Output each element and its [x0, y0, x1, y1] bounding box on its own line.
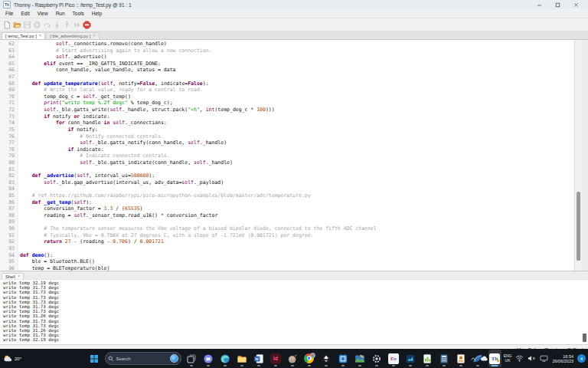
menu-view[interactable]: View	[34, 11, 52, 16]
taskbar-center: Search IdFoTh	[87, 349, 501, 368]
line-number: 67	[0, 74, 18, 80]
line-number: 86	[0, 199, 18, 206]
taskbar-app-settings[interactable]	[371, 350, 384, 367]
taskbar-app-chat[interactable]	[202, 350, 215, 367]
menu-help[interactable]: Help	[88, 11, 106, 16]
maximize-button[interactable]	[548, 0, 567, 9]
clock-widget[interactable]: 16:54 26/06/2023	[552, 354, 573, 363]
windows-logo-icon	[90, 354, 99, 363]
shell-tab-close-icon[interactable]: ×	[18, 274, 20, 279]
open-file-button[interactable]	[12, 20, 21, 29]
code-line: 87 conversion_factor = 3.3 / (65535)	[0, 205, 574, 212]
language-indicator[interactable]: ENG UK	[504, 354, 512, 363]
taskbar-app-chrome[interactable]	[303, 350, 316, 367]
code-line: 70 temp_deg_c = self._get_temp()	[0, 94, 574, 100]
new-file-button[interactable]	[2, 20, 11, 29]
running-indicator	[207, 365, 210, 366]
wifi-icon[interactable]	[515, 355, 524, 362]
file-explorer-icon	[237, 353, 247, 364]
tray-overflow-button[interactable]	[470, 356, 476, 362]
shell-tab-label: Shell	[5, 274, 15, 279]
volume-muted-icon[interactable]	[528, 355, 536, 362]
code-line: 63 # Start advertising again to allow a …	[0, 48, 574, 54]
weather-widget[interactable]: 20°	[3, 349, 21, 368]
running-indicator	[308, 365, 311, 366]
running-indicator	[341, 365, 345, 366]
image-editor-icon	[354, 353, 365, 364]
menu-tools[interactable]: Tools	[69, 11, 88, 16]
tab-close-icon[interactable]: ×	[93, 34, 95, 38]
line-number: 92	[0, 238, 18, 245]
code-line: 94def demo():	[0, 252, 574, 259]
weather-temperature: 20°	[15, 356, 21, 361]
search-box[interactable]: Search	[105, 352, 181, 365]
code-line: 79 # Indicate connected centrals.	[0, 153, 574, 159]
cast-screen-icon[interactable]	[540, 355, 548, 362]
running-indicator	[257, 365, 260, 366]
editor-vertical-scrollbar[interactable]	[574, 40, 581, 271]
start-button[interactable]	[87, 350, 101, 367]
line-number: 71	[0, 100, 18, 107]
taskbar-app-image-editor[interactable]	[354, 350, 367, 367]
tab-close-icon[interactable]: ×	[39, 34, 41, 38]
save-file-button	[22, 20, 31, 29]
code-line: 67	[0, 74, 574, 80]
shell-tab[interactable]: Shell ×	[2, 273, 24, 279]
line-number: 75	[0, 127, 18, 133]
editor-tab-active[interactable]: [ temp_Test.py ]×	[2, 32, 45, 39]
taskbar-app-gimp[interactable]	[286, 350, 299, 367]
editor-scrollbar-thumb[interactable]	[577, 192, 580, 261]
close-icon	[573, 2, 579, 8]
code-editor[interactable]: 62 self._connections.remove(conn_handle)…	[0, 40, 588, 271]
code-line: 74 for conn_handle in self._connections:	[0, 120, 574, 127]
code-line: 75 if notify:	[0, 127, 574, 133]
onedrive-cloud-icon[interactable]	[480, 355, 488, 362]
minimize-button[interactable]	[530, 0, 548, 9]
shell-scrollbar-thumb[interactable]	[583, 334, 586, 342]
menu-file[interactable]: File	[2, 11, 17, 16]
taskbar-app-task-view[interactable]	[185, 350, 198, 367]
taskbar-app-word[interactable]	[253, 350, 266, 367]
notification-badge[interactable]: 4	[577, 354, 586, 363]
running-indicator	[274, 365, 277, 366]
pinned-apps: IdFoTh	[185, 350, 501, 367]
line-number: 88	[0, 212, 18, 219]
code-line: 88 reading = self._sensor_temp.read_u16(…	[0, 212, 574, 219]
code-area[interactable]: 62 self._connections.remove(conn_handle)…	[0, 41, 574, 271]
taskbar-app-file-explorer[interactable]	[236, 350, 249, 367]
system-tray: ENG UK	[470, 349, 586, 368]
code-line: 96 temp = BLETemperature(ble)	[0, 265, 574, 271]
search-icon	[108, 356, 114, 362]
running-indicator	[392, 365, 395, 366]
inkscape-icon	[321, 353, 332, 364]
taskbar-app-photos[interactable]	[337, 350, 350, 367]
running-indicator	[459, 365, 462, 366]
stop-restart-button[interactable]	[82, 20, 91, 29]
editor-tab[interactable]: [ ble_advertising.py ]×	[46, 32, 99, 39]
shell-output[interactable]: write temp 32.19 degcwrite temp 31.73 de…	[0, 279, 588, 344]
update-sync-icon[interactable]	[492, 355, 500, 363]
code-line: 66 conn_handle, value_handle, status = d…	[0, 67, 574, 74]
gimp-icon	[287, 353, 298, 364]
code-line: 76 # Notify connected centrals.	[0, 133, 574, 140]
taskbar-app-indesign[interactable]: Id	[270, 350, 283, 367]
taskbar-app-inkscape[interactable]	[320, 350, 333, 367]
code-line: 69 # Write the local value, ready for a …	[0, 87, 574, 94]
menu-run[interactable]: Run	[52, 11, 69, 16]
photofiltre-icon: Fo	[388, 353, 399, 364]
line-number: 70	[0, 94, 18, 100]
running-indicator	[240, 365, 243, 366]
taskbar-app-libreoffice-calc[interactable]	[421, 350, 434, 367]
menu-edit[interactable]: Edit	[17, 11, 33, 16]
code-line: 83 self._ble.gap_advertise(interval_us, …	[0, 179, 574, 186]
line-number: 84	[0, 186, 18, 192]
close-button[interactable]	[567, 0, 585, 9]
title-bar[interactable]: Th Thonny - Raspberry Pi Pico :: /temp_T…	[0, 0, 588, 9]
taskbar-app-photofiltre[interactable]: Fo	[387, 350, 400, 367]
taskbar-app-system-monitor[interactable]	[404, 350, 417, 367]
taskbar-app-edge[interactable]	[219, 350, 232, 367]
taskbar-app-libreoffice-impress[interactable]	[455, 350, 468, 367]
taskbar-app-calculator[interactable]	[438, 350, 451, 367]
weather-sun-cloud-icon	[3, 354, 13, 363]
photos-icon	[338, 353, 348, 364]
